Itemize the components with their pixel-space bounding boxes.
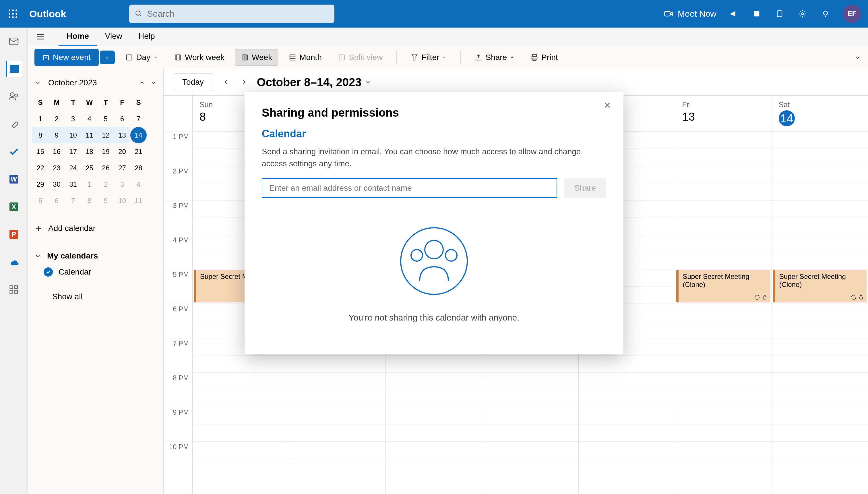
svg-point-66 bbox=[446, 250, 457, 261]
share-email-input[interactable] bbox=[262, 178, 557, 198]
empty-state-text: You're not sharing this calendar with an… bbox=[349, 313, 519, 323]
svg-point-65 bbox=[411, 250, 422, 261]
modal-title: Sharing and permissions bbox=[262, 106, 606, 119]
modal-empty-state: You're not sharing this calendar with an… bbox=[262, 227, 606, 323]
modal-overlay: Sharing and permissions Calendar Send a … bbox=[0, 0, 868, 494]
svg-point-63 bbox=[401, 228, 467, 294]
close-icon bbox=[603, 100, 612, 110]
modal-subtitle: Calendar bbox=[262, 128, 606, 140]
close-button[interactable] bbox=[603, 100, 612, 110]
svg-point-64 bbox=[425, 241, 443, 259]
sharing-modal: Sharing and permissions Calendar Send a … bbox=[244, 92, 624, 354]
modal-share-button[interactable]: Share bbox=[564, 178, 606, 198]
modal-description: Send a sharing invitation in email. You … bbox=[262, 146, 606, 170]
people-illustration-icon bbox=[399, 227, 469, 296]
